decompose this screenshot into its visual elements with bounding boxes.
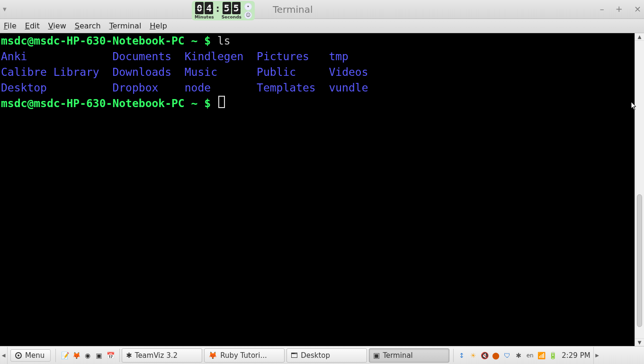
taskbar-window-teamviz[interactable]: ✱TeamViz 3.2: [122, 348, 202, 363]
notes-icon[interactable]: 📝: [60, 350, 70, 361]
desktop-icon: 🗔: [291, 351, 298, 360]
minimize-button[interactable]: –: [600, 4, 604, 14]
calendar-icon[interactable]: 📅: [105, 350, 116, 361]
network-indicator-icon[interactable]: ⬤: [492, 351, 500, 360]
terminal-output[interactable]: msdc@msdc-HP-630-Notebook-PC ~ $ ls Anki…: [0, 33, 635, 346]
taskbar-scroll-right-icon[interactable]: ▶: [593, 347, 601, 364]
window-controls: – + ×: [600, 4, 641, 14]
pomodoro-timer-widget[interactable]: 0 4 Minutes : 5 5 Seconds • ☺: [192, 1, 255, 20]
terminal-pane: msdc@msdc-HP-630-Notebook-PC ~ $ ls Anki…: [0, 33, 644, 346]
cellular-icon[interactable]: 📶: [537, 351, 546, 360]
menu-bar: FileEditViewSearchTerminalHelp: [0, 19, 644, 33]
firefox-icon[interactable]: 🦊: [71, 350, 81, 361]
shield-icon[interactable]: 🛡: [503, 351, 511, 360]
taskbar-window-firefox[interactable]: 🦊Ruby Tutori...: [204, 348, 285, 363]
timer-digit: 4: [205, 2, 213, 14]
start-menu-label: Menu: [25, 351, 45, 360]
menu-file[interactable]: File: [4, 21, 17, 30]
gear-icon: [15, 352, 22, 359]
timer-digit: 5: [223, 2, 231, 14]
timer-pause-icon[interactable]: •: [244, 3, 252, 10]
weather-icon[interactable]: ☀: [469, 351, 477, 360]
mute-icon[interactable]: 🔇: [480, 351, 489, 360]
bluetooth-icon[interactable]: ✱: [514, 351, 523, 360]
timer-digit: 0: [195, 2, 204, 14]
music-icon[interactable]: ◉: [82, 350, 93, 361]
taskbar-window-label: Ruby Tutori...: [220, 351, 267, 360]
timer-label-minutes: Minutes: [195, 15, 214, 19]
dropbox-icon[interactable]: ↕: [457, 351, 466, 360]
scrollbar-vertical[interactable]: ▲ ▼: [635, 33, 644, 346]
system-tray: ↕ ☀ 🔇 ⬤ 🛡 ✱ en 📶 🔋: [456, 351, 559, 360]
timer-seconds: 5 5 Seconds: [222, 2, 242, 19]
clock[interactable]: 2:29 PM: [559, 351, 593, 360]
svg-point-1: [18, 355, 19, 356]
close-button[interactable]: ×: [634, 4, 641, 14]
taskbar-window-label: Terminal: [383, 351, 412, 360]
quicklaunch-tray: 📝🦊◉▣📅: [58, 350, 117, 361]
start-menu-button[interactable]: Menu: [10, 349, 51, 362]
window-title: Terminal: [273, 4, 313, 15]
menu-terminal[interactable]: Terminal: [109, 21, 142, 30]
terminal-icon: ▣: [373, 351, 380, 360]
taskbar-window-desktop[interactable]: 🗔Desktop: [286, 348, 367, 363]
taskbar-window-terminal[interactable]: ▣Terminal: [369, 348, 449, 363]
scrollbar-down-icon[interactable]: ▼: [635, 338, 644, 346]
taskbar-scroll-left-icon[interactable]: ◀: [0, 347, 8, 364]
terminal-icon[interactable]: ▣: [94, 350, 104, 361]
teamviz-icon: ✱: [126, 351, 132, 360]
maximize-button[interactable]: +: [616, 4, 623, 14]
window-list: ✱TeamViz 3.2🦊Ruby Tutori...🗔Desktop▣Term…: [122, 348, 451, 363]
scrollbar-up-icon[interactable]: ▲: [635, 33, 644, 41]
title-bar: ▼ 0 4 Minutes : 5 5 Seconds • ☺ Terminal…: [0, 0, 644, 19]
battery-icon[interactable]: 🔋: [548, 351, 557, 360]
taskbar-window-label: Desktop: [301, 351, 330, 360]
keyboard-layout-indicator[interactable]: en: [526, 351, 534, 360]
scrollbar-thumb[interactable]: [637, 194, 642, 327]
timer-mood-icon[interactable]: ☺: [244, 11, 252, 19]
timer-label-seconds: Seconds: [222, 15, 242, 19]
timer-minutes: 0 4 Minutes: [195, 2, 214, 19]
timer-digit: 5: [232, 2, 241, 14]
menu-edit[interactable]: Edit: [25, 21, 40, 30]
taskbar-window-label: TeamViz 3.2: [135, 351, 178, 360]
menu-search[interactable]: Search: [75, 21, 101, 30]
menu-help[interactable]: Help: [150, 21, 167, 30]
menu-view[interactable]: View: [48, 21, 66, 30]
timer-colon: :: [216, 3, 220, 14]
window-menu-dropdown-icon[interactable]: ▼: [3, 7, 7, 12]
firefox-icon: 🦊: [208, 351, 217, 360]
taskbar: ◀ Menu 📝🦊◉▣📅 ✱TeamViz 3.2🦊Ruby Tutori...…: [0, 346, 644, 364]
